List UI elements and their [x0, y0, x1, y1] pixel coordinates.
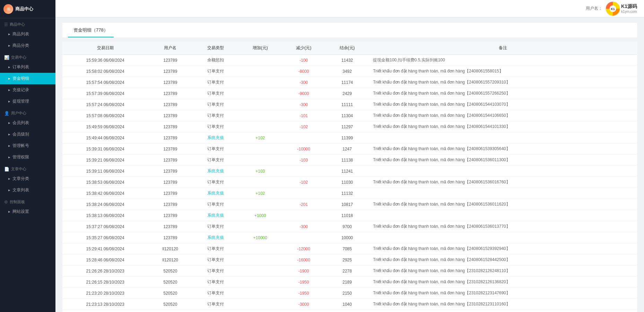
table-cell-col-3 [238, 144, 282, 155]
table-cell-col-0: 21:26:15 28/10/2023 [62, 277, 148, 288]
table-cell-col-1: 123789 [148, 55, 192, 66]
table-cell-col-0: 21:23:05 28/10/2023 [62, 310, 148, 312]
table-row: 21:23:20 28/10/2023520520订单支付-19502150Tr… [62, 288, 637, 299]
table-cell-col-1: 123789 [148, 177, 192, 188]
table-cell-col-1: 123789 [148, 121, 192, 132]
table-cell-col-2: 订单支付 [192, 299, 238, 310]
table-cell-col-2: 订单支付 [192, 288, 238, 299]
table-cell-col-4: -1650 [282, 310, 325, 312]
table-cell-col-5: 2925 [325, 254, 369, 266]
table-cell-col-1: 123789 [148, 232, 192, 243]
table-cell-col-3 [238, 77, 282, 88]
section-label: 控制面板 [10, 199, 25, 205]
table-cell-col-2: 系统充值 [192, 166, 238, 177]
table-cell-col-1: 123789 [148, 144, 192, 155]
sidebar-item-label: 商品列表 [12, 31, 29, 37]
item-icon: ▸ [8, 188, 10, 192]
sidebar-item-label: 会员级别 [12, 131, 29, 137]
sidebar-section: ☰商品中心▸商品列表▸商品分类 [0, 18, 55, 51]
table-cell-col-3: +1000 [238, 210, 282, 221]
table-cell-col-6: Triết khấu đơn đặt hàng thanh toán, mã đ… [369, 310, 637, 312]
col-增加(元): 增加(元) [238, 42, 282, 55]
sidebar-item-订单列表[interactable]: ▸订单列表 [0, 61, 55, 73]
table-cell-col-1: 123789 [148, 99, 192, 110]
table-row: 15:59:36 06/08/2024123789余额惩扣-10011432提现… [62, 55, 637, 66]
table-cell-col-0: 15:58:02 06/08/2024 [62, 66, 148, 77]
table-row: 15:35:27 06/08/2024123789系统充值+1000010000 [62, 232, 637, 243]
table-cell-col-3 [238, 221, 282, 232]
sidebar-item-label: 管理帐号 [12, 143, 29, 149]
sidebar-item-商品分类[interactable]: ▸商品分类 [0, 40, 55, 51]
sidebar-section: 📊交易中心▸订单列表▸资金明细▸充值记录▸提现管理 [0, 51, 55, 107]
table-cell-col-1: 123789 [148, 77, 192, 88]
table-cell-col-3 [238, 266, 282, 277]
table-row: 15:29:41 06/08/2024ll120120订单支付-12000708… [62, 243, 637, 254]
table-cell-col-2: 订单支付 [192, 77, 238, 88]
sidebar-item-资金明细[interactable]: ▸资金明细 [0, 73, 55, 84]
table-cell-col-5: 11138 [325, 155, 369, 166]
table-cell-col-3 [238, 199, 282, 210]
table-row: 15:38:42 06/08/2024123789系统充值+10211132 [62, 188, 637, 199]
table-cell-col-0: 15:38:53 06/08/2024 [62, 177, 148, 188]
table-cell-col-6: Triết khấu đơn đặt hàng thanh toán, mã đ… [369, 88, 637, 99]
table-cell-col-1: 123789 [148, 88, 192, 99]
sidebar-item-label: 文章列表 [12, 187, 29, 193]
table-cell-col-0: 15:57:54 06/08/2024 [62, 77, 148, 88]
table-cell-col-2: 系统充值 [192, 232, 238, 243]
sidebar-title: 商品中心 [15, 6, 33, 12]
sidebar-item-网站设置[interactable]: ▸网站设置 [0, 206, 55, 217]
table-cell-col-6 [369, 166, 637, 177]
sidebar-item-提现管理[interactable]: ▸提现管理 [0, 96, 55, 107]
sidebar-item-label: 订单列表 [12, 64, 29, 70]
sidebar-item-label: 文章分类 [12, 176, 29, 182]
table-row: 15:58:02 06/08/2024123789订单支付-80003492Tr… [62, 66, 637, 77]
sidebar-item-label: 会员列表 [12, 120, 29, 126]
sidebar-item-文章分类[interactable]: ▸文章分类 [0, 173, 55, 184]
tab-fund-detail[interactable]: 资金明细（778） [68, 23, 114, 37]
table-cell-col-3: +102 [238, 132, 282, 144]
table-cell-col-1: ll120120 [148, 254, 192, 266]
table-cell-col-5: 11030 [325, 177, 369, 188]
table-cell-col-1: 123789 [148, 188, 192, 199]
item-icon: ▸ [8, 76, 10, 81]
sidebar-item-文章列表[interactable]: ▸文章列表 [0, 184, 55, 196]
table-cell-col-1: 123789 [148, 132, 192, 144]
table-cell-col-6: Triết khấu đơn đặt hàng thanh toán, mã đ… [369, 121, 637, 132]
table-cell-col-0: 15:39:31 06/08/2024 [62, 144, 148, 155]
table-cell-col-3 [238, 310, 282, 312]
table-cell-col-4: -1900 [282, 266, 325, 277]
sidebar-section-title: 👤用户中心 [0, 107, 55, 117]
table-cell-col-4 [282, 188, 325, 199]
sidebar-section: 📄文章中心▸文章分类▸文章列表 [0, 163, 55, 196]
table-cell-col-6: Triết khấu đơn đặt hàng thanh toán, mã đ… [369, 177, 637, 188]
sidebar-item-会员列表[interactable]: ▸会员列表 [0, 117, 55, 129]
sidebar-item-管理权限[interactable]: ▸管理权限 [0, 151, 55, 163]
table-cell-col-1: 123789 [148, 210, 192, 221]
table-cell-col-2: 订单支付 [192, 266, 238, 277]
sidebar-item-管理帐号[interactable]: ▸管理帐号 [0, 140, 55, 151]
item-icon: ▸ [8, 121, 10, 125]
table-cell-col-6 [369, 210, 637, 221]
table-cell-col-6: Triết khấu đơn đặt hàng thanh toán, mã đ… [369, 77, 637, 88]
table-cell-col-0: 21:23:13 28/10/2023 [62, 299, 148, 310]
table-cell-col-0: 15:38:24 06/08/2024 [62, 199, 148, 210]
sidebar-section-title: ⚙控制面板 [0, 196, 55, 206]
table-cell-col-3 [238, 110, 282, 121]
sidebar-item-label: 充值记录 [12, 87, 29, 93]
brand-url: k1ym.com [621, 10, 637, 14]
sidebar-item-商品列表[interactable]: ▸商品列表 [0, 28, 55, 40]
table-cell-col-2: 订单支付 [192, 99, 238, 110]
sidebar-section-title: ☰商品中心 [0, 18, 55, 28]
sidebar-item-充值记录[interactable]: ▸充值记录 [0, 84, 55, 96]
table-row: 15:57:39 06/08/2024123789订单支付-90002429Tr… [62, 88, 637, 99]
sidebar-item-会员级别[interactable]: ▸会员级别 [0, 129, 55, 140]
table-cell-col-6: Triết khấu đơn đặt hàng thanh toán, mã đ… [369, 66, 637, 77]
table-cell-col-4: -1950 [282, 277, 325, 288]
table-cell-col-2: 余额惩扣 [192, 55, 238, 66]
table-cell-col-3: +10000 [238, 232, 282, 243]
main-area: 用户名： K1 K1源码 k1ym.com [55, 0, 644, 312]
table-cell-col-1: 123789 [148, 199, 192, 210]
sidebar: ☰ 商品中心 ☰商品中心▸商品列表▸商品分类📊交易中心▸订单列表▸资金明细▸充值… [0, 0, 55, 312]
table-cell-col-0: 15:49:44 06/08/2024 [62, 132, 148, 144]
table-row: 15:28:46 06/08/2024ll120120订单支付-16000292… [62, 254, 637, 266]
